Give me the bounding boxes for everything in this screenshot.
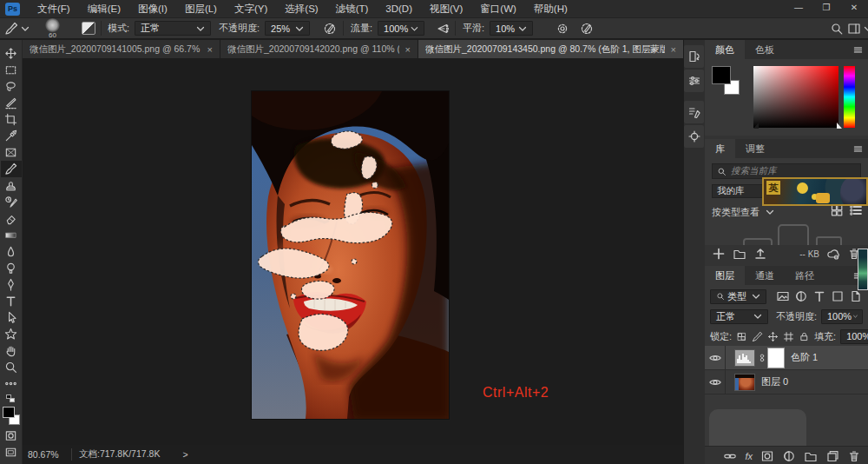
clone-source-panel-button[interactable] — [684, 125, 704, 148]
menu-layer[interactable]: 图层(L) — [176, 0, 226, 17]
levels-adjustment-thumbnail[interactable] — [734, 349, 755, 367]
hand-tool[interactable] — [1, 342, 22, 359]
screen-mode-button[interactable] — [1, 444, 22, 461]
foreground-color-swatch[interactable] — [712, 66, 731, 84]
restore-icon[interactable]: ❐ — [812, 0, 840, 16]
brush-settings-panel-button[interactable] — [684, 101, 704, 123]
status-expand-arrow[interactable]: > — [182, 449, 187, 460]
properties-panel-button[interactable] — [684, 70, 704, 92]
quick-mask-button[interactable] — [1, 428, 22, 444]
layer-blend-mode-dropdown[interactable]: 正常 — [710, 309, 768, 324]
layer-style-button[interactable]: fx — [745, 451, 753, 461]
filter-type-layers-icon[interactable] — [812, 289, 826, 303]
mask-link-icon[interactable] — [757, 352, 767, 364]
blur-tool[interactable] — [1, 243, 22, 260]
opacity-dropdown[interactable]: 25% — [265, 21, 310, 36]
tab-channels[interactable]: 通道 — [745, 266, 785, 285]
lock-artboard-icon[interactable] — [783, 331, 794, 342]
pen-tool[interactable] — [1, 276, 22, 293]
close-icon[interactable]: ✕ — [840, 0, 868, 16]
tab-libraries[interactable]: 库 — [705, 139, 735, 158]
visibility-eye-icon[interactable] — [705, 370, 726, 394]
layer-row-levels[interactable]: 色阶 1 — [705, 346, 868, 370]
eraser-tool[interactable] — [1, 210, 22, 227]
lock-position-icon[interactable] — [767, 331, 779, 342]
document-tab-3-active[interactable]: 微信图片_20200709143450.png @ 80.7% (色阶 1, 图… — [418, 40, 684, 58]
lasso-tool[interactable] — [1, 78, 22, 95]
delete-layer-button[interactable] — [847, 449, 861, 463]
brush-tool[interactable] — [1, 161, 22, 177]
close-icon[interactable]: × — [207, 44, 213, 55]
edit-toolbar-button[interactable] — [1, 375, 22, 392]
clone-stamp-tool[interactable] — [1, 177, 22, 194]
document-tab-1[interactable]: 微信图片_20200709141005.png @ 66.7% (图层... × — [23, 40, 220, 58]
tab-paths[interactable]: 路径 — [785, 266, 825, 285]
mode-dropdown[interactable]: 正常 — [135, 21, 211, 36]
layer-mask-thumbnail[interactable] — [767, 348, 785, 368]
document-tab-2[interactable]: 微信图片_20200709142020.png @ 110% (微信... × — [220, 40, 418, 58]
panel-menu-icon[interactable] — [852, 144, 864, 154]
layer-fill-dropdown[interactable]: 100% — [840, 329, 868, 344]
close-icon[interactable]: × — [405, 44, 411, 55]
object-selection-tool[interactable] — [1, 95, 22, 111]
toggle-brush-settings-button[interactable] — [82, 18, 95, 38]
move-tool[interactable] — [1, 45, 22, 62]
tab-color[interactable]: 颜色 — [705, 40, 745, 59]
new-adjustment-layer-button[interactable] — [782, 449, 796, 463]
smoothing-dropdown[interactable]: 10% — [490, 21, 533, 36]
menu-select[interactable]: 选择(S) — [276, 0, 326, 17]
visibility-eye-icon[interactable] — [705, 346, 726, 370]
airbrush-button[interactable] — [436, 18, 450, 38]
brush-tool-preset[interactable] — [4, 18, 32, 38]
dodge-tool[interactable] — [1, 260, 22, 276]
workspace-switcher[interactable] — [847, 18, 868, 38]
layer-name[interactable]: 图层 0 — [761, 375, 788, 388]
menu-filter[interactable]: 滤镜(T) — [327, 0, 378, 17]
filter-smart-objects-icon[interactable] — [849, 289, 863, 303]
layer-opacity-dropdown[interactable]: 100% — [821, 309, 863, 324]
lock-all-icon[interactable] — [799, 331, 810, 342]
history-brush-tool[interactable] — [1, 194, 22, 210]
close-icon[interactable]: × — [671, 44, 676, 55]
default-colors-icon[interactable] — [6, 394, 16, 403]
history-panel-button[interactable] — [684, 45, 704, 68]
minimize-icon[interactable]: — — [785, 0, 812, 16]
type-tool[interactable] — [1, 293, 22, 309]
lock-transparency-icon[interactable] — [736, 331, 747, 342]
new-group-button[interactable] — [733, 247, 746, 261]
layer-thumbnail[interactable] — [734, 374, 755, 391]
menu-image[interactable]: 图像(I) — [129, 0, 176, 17]
zoom-level[interactable]: 80.67% — [28, 449, 71, 460]
lock-pixels-icon[interactable] — [752, 331, 763, 342]
view-by-type-dropdown[interactable]: 按类型查看 — [712, 205, 777, 219]
layer-name[interactable]: 色阶 1 — [791, 351, 818, 364]
tab-swatches[interactable]: 色板 — [745, 40, 785, 59]
filter-adjustment-layers-icon[interactable] — [794, 289, 808, 303]
rectangular-marquee-tool[interactable] — [1, 62, 22, 78]
canvas-image[interactable] — [252, 91, 449, 419]
saturation-brightness-box[interactable] — [753, 66, 838, 128]
crop-tool[interactable] — [1, 111, 22, 128]
zoom-tool[interactable] — [1, 359, 22, 375]
eyedropper-tool[interactable] — [1, 128, 22, 144]
new-group-button[interactable] — [804, 449, 818, 463]
path-selection-tool[interactable] — [1, 309, 22, 326]
add-content-button[interactable] — [712, 247, 726, 261]
menu-view[interactable]: 视图(V) — [421, 0, 471, 17]
flow-dropdown[interactable]: 100% — [378, 21, 424, 36]
opacity-pressure-button[interactable] — [323, 18, 337, 38]
filter-pixel-layers-icon[interactable] — [776, 289, 790, 303]
canvas-area[interactable]: Ctrl+Alt+2 — [23, 58, 684, 445]
size-pressure-button[interactable] — [580, 18, 594, 38]
menu-help[interactable]: 帮助(H) — [525, 0, 576, 17]
menu-3d[interactable]: 3D(D) — [377, 0, 421, 17]
layer-filter-dropdown[interactable]: 类型 — [710, 289, 766, 304]
gradient-tool[interactable] — [1, 227, 22, 243]
foreground-background-colors[interactable] — [2, 407, 21, 428]
hue-slider[interactable] — [844, 66, 855, 128]
tab-adjustments[interactable]: 调整 — [735, 139, 775, 158]
panel-menu-icon[interactable] — [852, 45, 864, 55]
menu-window[interactable]: 窗口(W) — [471, 0, 525, 17]
search-button[interactable] — [830, 18, 844, 38]
menu-type[interactable]: 文字(Y) — [226, 0, 276, 17]
